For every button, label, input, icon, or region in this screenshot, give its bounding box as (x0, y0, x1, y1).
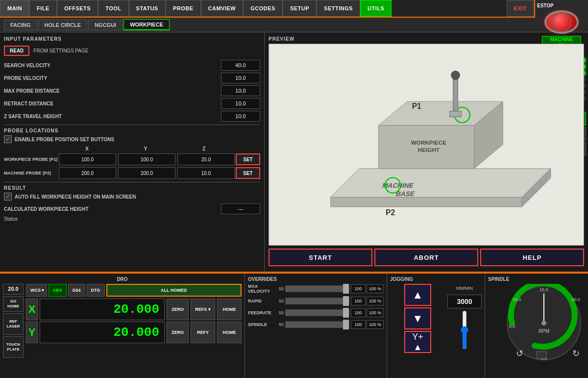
read-button[interactable]: READ (4, 46, 29, 56)
retract-distance-input[interactable] (221, 98, 260, 109)
p1-set-button[interactable]: SET (236, 153, 260, 165)
max-probe-distance-input[interactable] (221, 85, 260, 96)
nav-file[interactable]: FILE (29, 0, 57, 17)
y-home-button[interactable]: HOME (217, 322, 242, 343)
calc-height-input[interactable] (221, 203, 260, 214)
input-params-title: INPUT PARAMETERS (4, 36, 260, 42)
wcs-button[interactable]: WCS ▾ (26, 284, 47, 297)
search-velocity-row: SEARCH VELOCITY (4, 60, 260, 71)
abort-button[interactable]: ABORT (374, 249, 478, 266)
estop-button[interactable] (544, 10, 579, 34)
y-zero-button[interactable]: ZERO (167, 322, 189, 343)
nav-status[interactable]: STATUS (129, 0, 166, 17)
help-button[interactable]: HELP (480, 249, 584, 266)
x-axis-label: X (26, 299, 38, 320)
x-zero-button[interactable]: ZERO (167, 299, 189, 320)
enable-probe-checkbox[interactable]: ✓ (4, 135, 12, 143)
nav-tool[interactable]: TOOL (98, 0, 128, 17)
feedrate-row: FEEDRATE 50 (248, 308, 384, 317)
sub-ngcgui[interactable]: NGCGUI (88, 20, 122, 30)
svg-point-15 (451, 71, 460, 80)
max-velocity-slider[interactable] (285, 285, 349, 292)
overrides-section: OVERRIDES MAX VELOCITY 50 RAPID 50 FEEDR… (245, 274, 387, 378)
p2-z (177, 167, 235, 179)
p1-y-input[interactable] (118, 153, 175, 165)
read-row: READ FROM SETTINGS PAGE (4, 46, 260, 56)
svg-text:WORKPIECE: WORKPIECE (411, 139, 446, 146)
max-velocity-row: MAX VELOCITY 50 (248, 284, 384, 294)
nav-exit[interactable]: EXIT (507, 0, 534, 17)
all-homed-button[interactable]: ALL HOMED (106, 284, 242, 297)
jog-z-plus-button[interactable]: ▲ (404, 284, 431, 306)
go-home-button[interactable]: GOHOME (3, 296, 24, 312)
p2-set-button[interactable]: SET (236, 167, 260, 179)
spindle-override-val[interactable] (351, 320, 366, 329)
sub-workpiece[interactable]: WORKPIECE (123, 19, 170, 30)
top-left-value-btn[interactable]: 20.0 (3, 284, 24, 295)
preview-title: PREVIEW (269, 36, 584, 42)
nav-settings[interactable]: SETTINGS (317, 0, 360, 17)
nav-main[interactable]: MAIN (0, 0, 29, 17)
abs-button[interactable]: ABS (49, 284, 67, 297)
start-button[interactable]: START (269, 249, 372, 266)
jog-z-minus-button[interactable]: ▼ (404, 307, 431, 329)
p2-z-input[interactable] (177, 167, 235, 179)
divider2 (4, 182, 260, 182)
nav-camview[interactable]: CAMVIEW (201, 0, 244, 17)
y-refy-button[interactable]: REFY (191, 322, 215, 343)
auto-fill-checkbox[interactable]: ✓ (4, 193, 12, 201)
p2-x-input[interactable] (59, 167, 116, 179)
nav-setup[interactable]: SETUP (283, 0, 317, 17)
feedrate-pct (367, 308, 384, 317)
dro-toolbar: WCS ▾ ABS G54 DTG ALL HOMED (26, 284, 242, 297)
dro-section: DRO 20.0 GOHOME REFLASER TOUCHPLATE WCS … (0, 274, 245, 378)
z-safe-travel-input[interactable] (221, 111, 260, 122)
search-velocity-input[interactable] (221, 60, 260, 71)
nav-probe[interactable]: PROBE (166, 0, 201, 17)
from-settings-label: FROM SETTINGS PAGE (33, 48, 88, 53)
jog-buttons: ▲ ▼ Y+▲ (390, 284, 445, 353)
g54-button[interactable]: G54 (68, 284, 85, 297)
probe-velocity-input[interactable] (221, 73, 260, 83)
rapid-val[interactable] (351, 297, 366, 305)
sub-facing[interactable]: FACING (4, 20, 37, 30)
p2-y (118, 167, 175, 179)
dtg-button[interactable]: DTG (87, 284, 105, 297)
spindle-gauge-svg: 0.0 5.0 10.0 15.0 20.0 RPM ↺ ↻ (505, 284, 583, 362)
dro-title: DRO (3, 277, 242, 282)
jogging-inner: ▲ ▼ Y+▲ MM/MIN (390, 284, 482, 353)
status-row: Status (4, 216, 260, 222)
svg-text:↻: ↻ (572, 349, 580, 358)
svg-text:15.0: 15.0 (539, 287, 548, 292)
nav-gcodes[interactable]: GCODES (243, 0, 283, 17)
ref-laser-button[interactable]: REFLASER (3, 313, 24, 335)
x-home-button[interactable]: HOME (217, 299, 242, 320)
feedrate-slider[interactable] (285, 309, 349, 316)
z-safe-travel-row: Z SAFE TRAVEL HEIGHT (4, 111, 260, 122)
touch-plate-button[interactable]: TOUCHPLATE (3, 336, 24, 358)
y-axis-label: Y (26, 322, 38, 343)
spindle-override-slider[interactable] (285, 321, 349, 328)
max-probe-distance-row: MAX PROBE DISTANCE (4, 85, 260, 96)
p2-y-input[interactable] (118, 167, 175, 179)
spindle-section: SPINDLE 0.0 5.0 10.0 15.0 20.0 RPM (485, 274, 588, 378)
svg-marker-0 (331, 169, 551, 198)
jogging-section: JOGGING ▲ ▼ Y+▲ MM/MIN (387, 274, 485, 378)
rapid-slider[interactable] (285, 298, 349, 304)
left-panel: INPUT PARAMETERS READ FROM SETTINGS PAGE… (0, 32, 265, 272)
nav-utils[interactable]: UTILS (360, 0, 392, 17)
sub-hole-circle[interactable]: HOLE CIRCLE (38, 20, 88, 30)
svg-rect-27 (537, 352, 546, 358)
overrides-title: OVERRIDES (248, 277, 384, 282)
svg-text:MACHINE: MACHINE (381, 181, 415, 189)
jog-speed-slider[interactable] (460, 310, 469, 350)
svg-text:5.0: 5.0 (509, 324, 515, 329)
p1-x-input[interactable] (59, 153, 116, 165)
feedrate-val[interactable] (351, 308, 366, 317)
nav-offsets[interactable]: OFFSETS (57, 0, 98, 17)
jog-speed-input[interactable] (447, 295, 482, 308)
x-refx-button[interactable]: REFX ▾ (191, 299, 215, 320)
jog-y-plus-button[interactable]: Y+▲ (404, 331, 431, 353)
max-velocity-val[interactable] (351, 284, 366, 293)
p1-z-input[interactable] (177, 153, 235, 165)
